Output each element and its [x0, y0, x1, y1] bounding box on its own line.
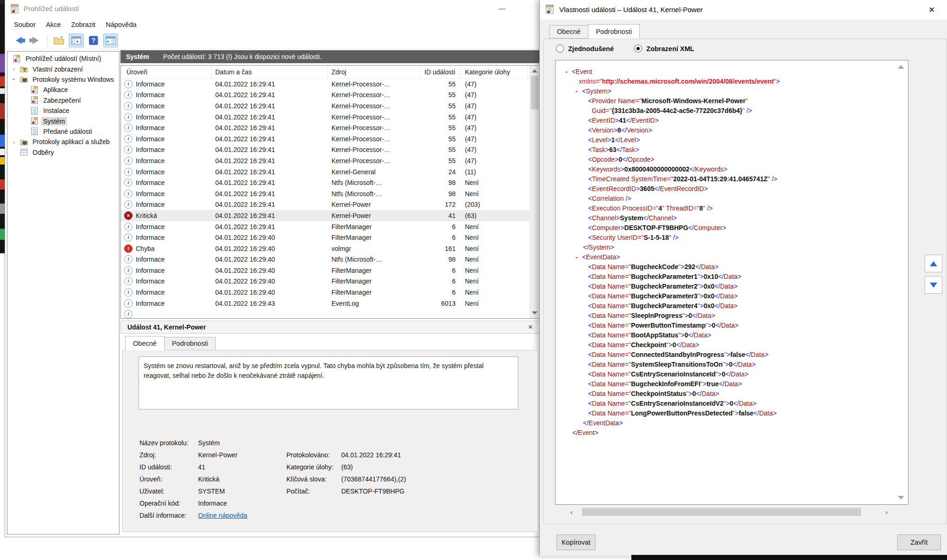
tree-item-2[interactable]: ›Protokoly systému Windows: [7, 74, 119, 85]
radio-button-icon[interactable]: [634, 45, 642, 53]
event-row[interactable]: iInformace04.01.2022 16:29:41Kernel-Proc…: [121, 112, 530, 123]
column-header-4[interactable]: Kategorie úlohy: [460, 66, 528, 78]
close-button[interactable]: Zavřít: [897, 534, 941, 550]
tree-item-5[interactable]: Instalace: [7, 105, 119, 116]
xml-line: </Event>: [556, 428, 908, 438]
tree-item-4[interactable]: Zabezpečení: [7, 95, 119, 105]
forward-icon[interactable]: [28, 34, 42, 47]
column-header-1[interactable]: Datum a čas: [212, 66, 328, 78]
event-row[interactable]: iInformace04.01.2022 16:29:41Kernel-Proc…: [121, 155, 530, 166]
console-tree-toggle-icon[interactable]: [69, 33, 84, 47]
next-event-button[interactable]: [925, 276, 942, 294]
critical-icon: ✕: [124, 211, 132, 220]
event-viewer-icon: [546, 5, 555, 16]
event-row[interactable]: iInformace04.01.2022 16:29:41Kernel-Proc…: [121, 100, 530, 112]
event-row[interactable]: iInformace04.01.2022 16:29:40FilterManag…: [121, 287, 530, 298]
tree-item-1[interactable]: ›Vlastní zobrazení: [7, 64, 119, 74]
radio-button-icon[interactable]: [556, 45, 564, 53]
scrollbar-track[interactable]: [576, 508, 881, 516]
scroll-up-icon[interactable]: [532, 69, 537, 72]
preview-close-icon[interactable]: ×: [528, 323, 533, 332]
previous-event-button[interactable]: [925, 255, 942, 272]
expand-arrow-icon[interactable]: ›: [11, 138, 17, 145]
dialog-close-icon[interactable]: ✕: [921, 0, 942, 20]
column-header-3[interactable]: ID události: [421, 66, 460, 78]
dialog-tab-podrobnosti[interactable]: Podrobnosti: [588, 24, 640, 39]
online-help-link[interactable]: Online nápověda: [198, 512, 247, 519]
event-row[interactable]: iInformace04.01.2022 16:29:41Kernel-Gene…: [121, 166, 530, 178]
back-icon[interactable]: [12, 34, 26, 47]
xml-line: <Version>8</Version>: [556, 125, 908, 135]
event-row[interactable]: iInformace04.01.2022 16:29:40FilterManag…: [121, 265, 530, 276]
radio-label: Zobrazení XML: [646, 45, 694, 53]
scroll-right-icon[interactable]: ›: [881, 508, 892, 516]
preview-tab-podrobnosti[interactable]: Podrobnosti: [164, 337, 216, 350]
xml-line: <Execution ProcessID="4" ThreadID="8" />: [556, 204, 908, 213]
tree-item-9[interactable]: Odběry: [7, 147, 119, 158]
preview-tab-obecne[interactable]: Obecné: [125, 336, 165, 350]
tree-item-7[interactable]: Předané události: [7, 126, 119, 137]
information-icon: i: [124, 157, 132, 165]
dialog-tab-obecne[interactable]: Obecné: [549, 25, 589, 39]
event-date: 04.01.2022 16:29:43: [212, 298, 328, 309]
desktop-icon-fragment: [0, 54, 5, 72]
event-row[interactable]: iInformace04.01.2022 16:29:41Ntfs (Micro…: [121, 177, 530, 188]
event-row[interactable]: iInformace04.01.2022 16:29:41Kernel-Powe…: [121, 199, 530, 211]
event-row[interactable]: iInformace04.01.2022 16:29:40FilterManag…: [121, 232, 530, 243]
radio-simplified[interactable]: Zjednodušené: [556, 45, 614, 53]
xml-scroll-up-icon[interactable]: [898, 65, 904, 69]
open-saved-log-icon[interactable]: [52, 34, 66, 47]
event-row[interactable]: !Chyba04.01.2022 16:29:40volmgr161Není: [121, 243, 530, 254]
menu-soubor[interactable]: Soubor: [9, 19, 41, 30]
event-source: EventLog: [328, 298, 421, 309]
event-category: (47): [460, 79, 528, 90]
event-row[interactable]: iInformace04.01.2022 16:29:41Kernel-Proc…: [121, 90, 530, 101]
event-row[interactable]: i: [121, 309, 530, 318]
xml-scroll-down-icon[interactable]: [898, 496, 904, 500]
tree-item-0[interactable]: Prohlížeč událostí (Místní): [7, 53, 119, 64]
event-row[interactable]: iInformace04.01.2022 16:29:41Kernel-Proc…: [121, 79, 530, 90]
event-row[interactable]: iInformace04.01.2022 16:29:40FilterManag…: [121, 276, 530, 287]
event-row[interactable]: iInformace04.01.2022 16:29:41FilterManag…: [121, 221, 530, 232]
log-event-count: Počet událostí: 3 713 (!) Jsou k dispozi…: [163, 53, 322, 60]
tree-item-8[interactable]: ›Protokoly aplikací a služeb: [7, 137, 119, 147]
event-row[interactable]: iInformace04.01.2022 16:29:41Kernel-Proc…: [121, 133, 530, 145]
xml-view[interactable]: -<Eventxmlns="http://schemas.microsoft.c…: [555, 60, 908, 505]
collapse-arrow-icon[interactable]: ›: [11, 77, 18, 82]
event-category: (47): [460, 122, 528, 133]
scrollbar-thumb[interactable]: [582, 508, 861, 516]
event-row[interactable]: iInformace04.01.2022 16:29:41Kernel-Proc…: [121, 122, 530, 133]
radio-xml-view[interactable]: Zobrazení XML: [634, 45, 694, 53]
minimize-button[interactable]: —: [491, 0, 513, 18]
copy-button[interactable]: Kopírovat: [556, 534, 596, 550]
field-value: (70368744177664),(2): [341, 475, 406, 483]
xml-line: <Data Name="BugcheckParameter1">0x10</Da…: [556, 272, 908, 282]
xml-horizontal-scrollbar[interactable]: ‹ ›: [566, 507, 892, 516]
field-value: (63): [341, 463, 353, 471]
menu-akce[interactable]: Akce: [41, 19, 66, 30]
event-row[interactable]: iInformace04.01.2022 16:29:43EventLog601…: [121, 298, 530, 309]
event-date: 04.01.2022 16:29:40: [212, 232, 328, 243]
table-scrollbar[interactable]: [530, 66, 539, 318]
preview-header: Událost 41, Kernel-Power ×: [120, 321, 540, 334]
event-row[interactable]: iInformace04.01.2022 16:29:41Ntfs (Micro…: [121, 188, 530, 199]
scroll-down-icon[interactable]: [532, 311, 537, 315]
expand-arrow-icon[interactable]: ›: [11, 66, 17, 72]
preview-pane-toggle-icon[interactable]: [103, 33, 118, 47]
help-icon[interactable]: ?: [86, 34, 100, 47]
menu-zobrazit[interactable]: Zobrazit: [66, 19, 100, 30]
event-row[interactable]: iInformace04.01.2022 16:29:41Kernel-Proc…: [121, 145, 530, 156]
event-row[interactable]: iInformace04.01.2022 16:29:40Ntfs (Micro…: [121, 254, 530, 265]
event-category: Není: [460, 265, 528, 276]
tree-item-6[interactable]: Systém: [7, 116, 119, 126]
scrollbar-thumb[interactable]: [531, 76, 538, 109]
event-description[interactable]: Systém se znovu restartoval, aniž by se …: [139, 356, 518, 409]
event-id: 24: [421, 166, 460, 178]
event-row[interactable]: ✕Kritická04.01.2022 16:29:41Kernel-Power…: [121, 210, 530, 221]
column-header-2[interactable]: Zdroj: [328, 66, 421, 78]
column-header-0[interactable]: Úroveň: [121, 66, 212, 78]
tree-item-3[interactable]: Aplikace: [7, 85, 119, 95]
menu-nápověda[interactable]: Nápověda: [100, 19, 141, 30]
scroll-left-icon[interactable]: ‹: [566, 508, 576, 516]
xml-line: Guid="{331c3b3a-2005-44c2-ac5e-77220c37d…: [556, 106, 908, 116]
